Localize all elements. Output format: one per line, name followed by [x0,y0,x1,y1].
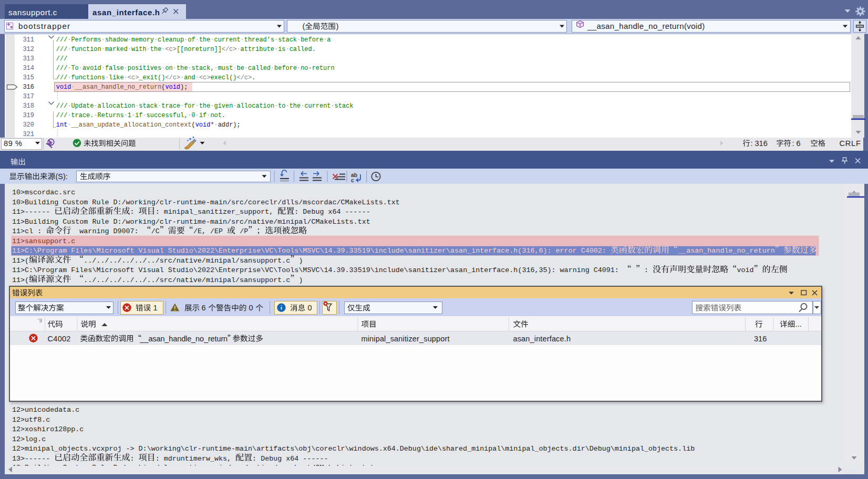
svg-text:../../../../../../src/native/m: ../../../../../../src/native/minipal/san… [84,257,290,265]
svg-text:is: is [278,46,285,53]
svg-text:///: /// [56,74,68,81]
svg-text:·: · [188,112,191,119]
svg-text:false: false [105,65,124,72]
svg-text:·: · [274,102,278,110]
svg-text:11>Building Custom Rule D:/wor: 11>Building Custom Rule D:/working/clr-r… [12,218,370,226]
svg-text:given: given [214,102,233,110]
svg-text:·: · [195,102,199,110]
svg-text:·: · [158,102,161,110]
svg-text:warning D9007:: warning D9007: [71,227,142,235]
svg-text:To: To [71,65,78,72]
svg-text:·: · [184,36,188,44]
svg-text:if: if [135,112,142,119]
svg-text:thread’s: thread’s [244,36,274,44]
svg-text:trace.: trace. [71,112,94,119]
svg-text:·: · [101,46,105,53]
svg-text:marked: marked [105,46,128,53]
svg-text:<c>: <c> [199,74,211,81]
svg-text:with: with [131,46,147,53]
svg-text:·: · [297,65,301,72]
svg-text:·: · [147,46,150,53]
svg-text::: : [644,266,653,274]
svg-text:·: · [128,36,131,44]
svg-text:for: for [184,102,195,110]
svg-text:·: · [67,121,71,129]
svg-text:·: · [67,36,71,44]
svg-text:../../../../../../src/native/m: ../../../../../../src/native/minipal/san… [84,276,290,284]
svg-text:(: ( [192,121,195,129]
svg-text:a: a [327,36,330,44]
svg-text:·: · [180,102,184,110]
svg-text:: 6: : 6 [792,139,801,148]
svg-text:·: · [210,102,214,110]
svg-text:[[noreturn]]: [[noreturn]] [177,46,222,53]
svg-text:sansupport.c: sansupport.c [8,8,57,17]
svg-text:before: before [301,36,323,44]
svg-text:315: 315 [23,74,34,81]
svg-text:called.: called. [290,46,316,53]
svg-text:13>------: 13>------ [12,455,54,463]
svg-text:///: /// [56,46,68,53]
svg-text:·: · [71,84,75,91]
svg-text:318: 318 [23,102,34,110]
svg-text:·: · [124,65,128,72]
svg-text:(: ( [303,22,305,30]
svg-text:·: · [67,65,71,72]
svg-text:·: · [154,36,158,44]
svg-text:·: · [214,65,218,72]
svg-text:__asan_handle_no_return: __asan_handle_no_return [140,335,228,343]
svg-text:trace: trace [161,102,180,110]
svg-text:·: · [323,36,327,44]
svg-text:1: 1 [153,304,158,312]
svg-text:·: · [135,102,139,110]
svg-text:</c>: </c> [165,74,180,81]
svg-text:<c>: <c> [128,74,139,81]
svg-text:memory: memory [131,36,154,44]
svg-text:<c>: <c> [165,46,177,53]
svg-text:·: · [131,112,135,119]
svg-text:·: · [67,74,71,81]
svg-text:·: · [124,74,128,81]
svg-text:__asan_handle_no_return(void): __asan_handle_no_return(void) [587,22,705,30]
svg-text:316: 316 [23,84,34,91]
svg-text:·: · [210,36,214,44]
svg-text:and: and [184,74,195,81]
svg-text:the: the [290,102,301,110]
svg-text:·: · [195,74,199,81]
svg-text:__asan_update_allocation_conte: __asan_update_allocation_context [70,121,191,129]
svg-text:of: of [188,36,195,44]
svg-text:current: current [214,36,241,44]
svg-text:Performs: Performs [71,36,101,44]
svg-text:not.: not. [210,112,225,119]
svg-text:316: 316 [754,335,767,343]
svg-text:the: the [177,65,188,72]
svg-text:·: · [161,65,165,72]
svg-text:·: · [237,46,241,53]
svg-text:stack: stack [278,36,297,44]
svg-text:·: · [274,46,278,53]
svg-text:·: · [94,112,97,119]
svg-text:: 316: : 316 [751,139,768,148]
svg-text:.: . [252,74,255,81]
svg-text:·: · [271,65,274,72]
svg-text:function: function [71,46,101,53]
svg-text:0: 0 [249,304,253,312]
svg-text:11>C:\Program Files\Microsoft: 11>C:\Program Files\Microsoft Visual Stu… [12,266,623,274]
svg-text:allocation: allocation [98,102,136,110]
svg-text:void: void [56,84,71,91]
svg-text:int: int [56,121,68,129]
svg-text:minipal_sanitizer_support: minipal_sanitizer_support [361,335,450,343]
svg-text:12>log.c: 12>log.c [12,435,46,443]
svg-text:if: if [199,112,206,119]
svg-text:like: like [109,74,124,81]
svg-text:·: · [286,46,290,53]
svg-text:·: · [241,36,244,44]
svg-text::: : [130,208,139,216]
svg-text:·: · [195,112,199,119]
svg-text:...: ... [795,320,802,328]
svg-text:·: · [214,121,218,129]
svg-text:·: · [79,65,82,72]
svg-text:allocation: allocation [237,102,275,110]
svg-text:·: · [331,102,335,110]
svg-text:·: · [67,46,71,53]
